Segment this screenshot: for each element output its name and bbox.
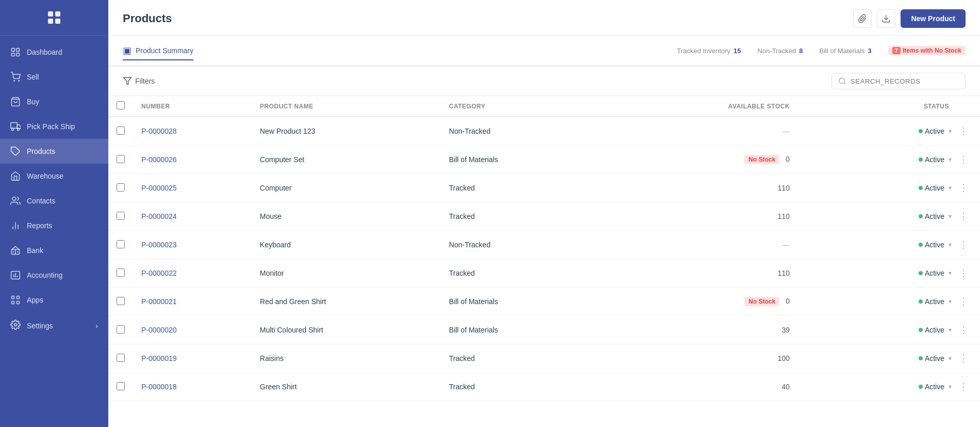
row-product-name[interactable]: Keyboard xyxy=(252,231,441,259)
row-more-button[interactable]: ⋮ xyxy=(956,295,972,308)
sidebar-item-products[interactable]: Products xyxy=(0,139,108,164)
sidebar-item-dashboard[interactable]: Dashboard xyxy=(0,40,108,65)
row-number[interactable]: P-0000020 xyxy=(133,316,252,344)
row-number[interactable]: P-0000021 xyxy=(133,288,252,316)
sidebar-item-pick-pack-ship[interactable]: Pick Pack Ship xyxy=(0,114,108,139)
header-checkbox-col xyxy=(108,96,133,117)
svg-rect-29 xyxy=(12,302,14,304)
status-dropdown-button[interactable]: ▾ xyxy=(946,268,954,278)
row-number[interactable]: P-0000022 xyxy=(133,259,252,288)
row-product-name[interactable]: Monitor xyxy=(252,259,441,288)
sidebar-item-bank[interactable]: Bank xyxy=(0,238,108,263)
status-dropdown-button[interactable]: ▾ xyxy=(946,325,954,335)
filters-button[interactable]: Filters xyxy=(123,76,155,86)
row-more-button[interactable]: ⋮ xyxy=(956,238,972,251)
sidebar-item-warehouse[interactable]: Warehouse xyxy=(0,164,108,188)
row-product-name[interactable]: Computer xyxy=(252,174,441,202)
row-checkbox[interactable] xyxy=(117,268,125,277)
row-number[interactable]: P-0000025 xyxy=(133,174,252,202)
row-number[interactable]: P-0000019 xyxy=(133,344,252,373)
table-row: P-0000022 Monitor Tracked 110 Active ▾ ⋮ xyxy=(108,259,980,288)
row-checkbox-cell xyxy=(108,117,133,146)
row-checkbox[interactable] xyxy=(117,183,125,192)
svg-point-31 xyxy=(14,324,17,326)
row-more-button[interactable]: ⋮ xyxy=(956,124,972,138)
row-product-name[interactable]: Red and Green Shirt xyxy=(252,288,441,316)
row-more-button[interactable]: ⋮ xyxy=(956,181,972,195)
status-dropdown-button[interactable]: ▾ xyxy=(946,297,954,306)
row-checkbox-cell xyxy=(108,259,133,288)
row-number[interactable]: P-0000023 xyxy=(133,231,252,259)
sidebar-item-label: Accounting xyxy=(27,271,62,279)
row-product-name[interactable]: Multi Coloured Shirt xyxy=(252,316,441,344)
row-product-name[interactable]: Mouse xyxy=(252,202,441,231)
row-number[interactable]: P-0000028 xyxy=(133,117,252,146)
product-summary-tab[interactable]: ▣ Product Summary xyxy=(123,42,193,60)
new-product-button[interactable]: New Product xyxy=(901,9,966,28)
search-box xyxy=(831,73,966,89)
row-checkbox[interactable] xyxy=(117,240,125,248)
chevron-right-icon: › xyxy=(95,322,98,330)
status-dropdown-button[interactable]: ▾ xyxy=(946,126,954,136)
row-status-cell: Active ▾ ⋮ xyxy=(821,117,980,146)
attach-icon-button[interactable] xyxy=(853,9,872,28)
row-checkbox[interactable] xyxy=(117,297,125,305)
row-more-button[interactable]: ⋮ xyxy=(956,210,972,223)
row-checkbox[interactable] xyxy=(117,354,125,362)
row-checkbox[interactable] xyxy=(117,325,125,334)
row-more-button[interactable]: ⋮ xyxy=(956,323,972,337)
row-checkbox[interactable] xyxy=(117,155,125,163)
sidebar-item-label: Dashboard xyxy=(27,48,62,56)
row-checkbox-cell xyxy=(108,373,133,401)
status-dropdown-button[interactable]: ▾ xyxy=(946,155,954,164)
svg-point-8 xyxy=(14,81,15,82)
sidebar-item-accounting[interactable]: Accounting xyxy=(0,263,108,288)
sidebar-item-label: Products xyxy=(27,147,55,155)
status-label: Active xyxy=(925,212,944,220)
search-input[interactable] xyxy=(851,77,943,85)
status-dropdown-button[interactable]: ▾ xyxy=(946,183,954,193)
select-all-checkbox[interactable] xyxy=(117,101,125,109)
sidebar-item-contacts[interactable]: Contacts xyxy=(0,188,108,213)
status-dropdown-button[interactable]: ▾ xyxy=(946,240,954,249)
row-checkbox[interactable] xyxy=(117,382,125,390)
row-product-name[interactable]: Raisins xyxy=(252,344,441,373)
row-checkbox[interactable] xyxy=(117,126,125,135)
non-tracked-label: Non-Tracked xyxy=(758,47,796,55)
row-number[interactable]: P-0000026 xyxy=(133,146,252,174)
sidebar-item-settings[interactable]: Settings › xyxy=(0,312,108,339)
truck-icon xyxy=(10,121,21,132)
row-stock: 39 xyxy=(591,316,821,344)
status-label: Active xyxy=(925,127,944,135)
status-dropdown-button[interactable]: ▾ xyxy=(946,212,954,221)
row-more-button[interactable]: ⋮ xyxy=(956,352,972,365)
status-dropdown-button[interactable]: ▾ xyxy=(946,354,954,363)
sidebar-item-apps[interactable]: Apps xyxy=(0,288,108,312)
dashboard-icon xyxy=(10,47,21,57)
status-dropdown-button[interactable]: ▾ xyxy=(946,382,954,391)
row-product-name[interactable]: New Product 123 xyxy=(252,117,441,146)
header-status: Status xyxy=(821,96,980,117)
row-checkbox[interactable] xyxy=(117,212,125,220)
row-category: Tracked xyxy=(441,259,591,288)
row-more-button[interactable]: ⋮ xyxy=(956,380,972,393)
sidebar-item-reports[interactable]: Reports xyxy=(0,213,108,238)
sidebar-item-sell[interactable]: Sell xyxy=(0,65,108,89)
accounting-icon xyxy=(10,270,21,280)
row-more-button[interactable]: ⋮ xyxy=(956,153,972,166)
row-stock: 110 xyxy=(591,259,821,288)
header-product-name: Product Name xyxy=(252,96,441,117)
sidebar-item-buy[interactable]: Buy xyxy=(0,89,108,114)
svg-rect-4 xyxy=(12,49,15,52)
stock-value: — xyxy=(782,241,790,249)
row-status-cell: Active ▾ ⋮ xyxy=(821,231,980,259)
row-checkbox-cell xyxy=(108,344,133,373)
row-number[interactable]: P-0000018 xyxy=(133,373,252,401)
row-product-name[interactable]: Computer Set xyxy=(252,146,441,174)
export-icon-button[interactable] xyxy=(877,9,895,28)
no-stock-badge[interactable]: 7 Items with No Stock xyxy=(888,46,966,55)
row-number[interactable]: P-0000024 xyxy=(133,202,252,231)
svg-point-12 xyxy=(12,128,14,130)
row-product-name[interactable]: Green Shirt xyxy=(252,373,441,401)
row-more-button[interactable]: ⋮ xyxy=(956,266,972,280)
